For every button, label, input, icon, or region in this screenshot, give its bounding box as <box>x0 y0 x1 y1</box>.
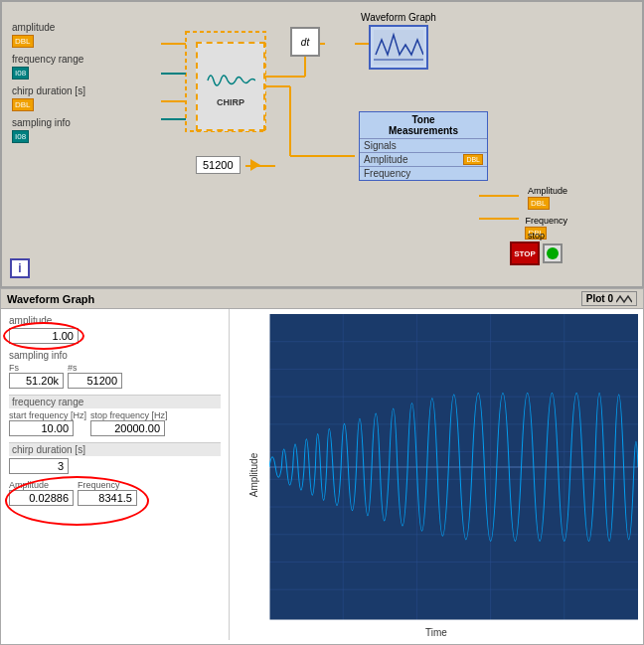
outputs-section: Amplitude Frequency <box>9 480 221 506</box>
block-diagram-panel: amplitude DBL frequency range I08 chirp … <box>0 0 644 288</box>
tone-amplitude-terminal: DBL <box>463 154 483 165</box>
amplitude-section: amplitude <box>9 315 221 344</box>
waveform-icon <box>369 25 428 70</box>
fs-group: Fs <box>9 363 64 389</box>
tone-amplitude-label: Amplitude <box>364 154 407 165</box>
frequency-output-label: Frequency <box>525 216 567 226</box>
chirp-dur-terminal: DBL <box>12 98 34 111</box>
freq-out-group: Frequency <box>78 480 137 506</box>
outputs-row: Amplitude Frequency <box>9 480 221 506</box>
stop-freq-label: stop frequency [Hz] <box>90 410 168 420</box>
amplitude-terminal: DBL <box>12 35 34 48</box>
amp-out-group: Amplitude <box>9 480 74 506</box>
stop-led-green <box>547 247 559 259</box>
y-axis-label: Amplitude <box>248 452 259 496</box>
sampling-section: sampling info Fs #s <box>9 350 221 389</box>
tone-amplitude-row: Amplitude DBL <box>360 152 487 166</box>
tone-measurements-block: ToneMeasurements Signals Amplitude DBL F… <box>359 111 488 181</box>
arrow-51200 <box>250 159 260 173</box>
plot-button[interactable]: Plot 0 <box>581 291 637 306</box>
freq-out-label: Frequency <box>78 480 137 490</box>
chirp-dur-label: chirp duration [s] <box>12 85 85 96</box>
stop-led <box>543 243 563 263</box>
stop-label: stop <box>510 231 563 241</box>
tone-frequency-row: Frequency <box>360 166 487 180</box>
amplitude-output-block: Amplitude DBL <box>528 186 567 210</box>
dt-label: dt <box>301 37 309 48</box>
stop-freq-group: stop frequency [Hz] <box>90 410 168 436</box>
tone-label: ToneMeasurements <box>389 114 458 136</box>
amplitude-output-terminal: DBL <box>528 197 550 210</box>
stop-freq-input[interactable] <box>90 420 165 436</box>
tone-frequency-label: Frequency <box>364 168 410 179</box>
chirp-dur-input[interactable] <box>9 458 69 474</box>
ns-label: #s <box>68 363 122 373</box>
waveform-graph-top: Waveform Graph <box>359 12 438 70</box>
amplitude-ctrl-label: amplitude <box>9 315 221 326</box>
amp-out-label: Amplitude <box>9 480 74 490</box>
bottom-content: amplitude sampling info Fs #s <box>1 309 643 640</box>
tone-header: ToneMeasurements <box>360 112 487 138</box>
x-axis-label: Time <box>425 627 447 638</box>
stop-block: stop STOP <box>510 231 563 265</box>
num-51200-label: 51200 <box>203 159 234 171</box>
start-freq-label: start frequency [Hz] <box>9 410 86 420</box>
freq-range-title: frequency range <box>9 395 221 408</box>
waveform-chart-icon <box>374 30 423 65</box>
bottom-header-title: Waveform Graph <box>7 293 94 305</box>
bottom-header: Waveform Graph Plot 0 <box>1 289 643 309</box>
amplitude-label: amplitude <box>12 22 85 33</box>
sampling-row: Fs #s <box>9 363 221 389</box>
graph-svg: 1 0.8 0.6 0.4 0.2 0 -0.2 -0.4 -0.6 -0.8 … <box>269 314 638 620</box>
fs-input[interactable] <box>9 373 64 389</box>
info-button[interactable]: i <box>10 258 30 278</box>
ns-input[interactable] <box>68 373 122 389</box>
chirp-wave-icon <box>206 66 255 95</box>
start-freq-input[interactable] <box>9 420 74 436</box>
controls-panel: amplitude sampling info Fs #s <box>1 309 230 640</box>
graph-area: Amplitude <box>230 309 643 640</box>
stop-button[interactable]: STOP <box>510 242 540 265</box>
chirp-dur-input-row: chirp duration [s] DBL <box>12 85 85 111</box>
waveform-graph-label: Waveform Graph <box>359 12 438 23</box>
chirp-block: CHIRP <box>196 42 265 131</box>
plot-wave-icon <box>616 294 632 304</box>
num-51200-block: 51200 <box>196 156 241 174</box>
freq-range-terminal: I08 <box>12 67 29 80</box>
sampling-label: sampling info <box>12 117 85 128</box>
chirp-dur-section: chirp duration [s] <box>9 442 221 474</box>
tone-signals-label: Signals <box>364 140 397 151</box>
start-freq-group: start frequency [Hz] <box>9 410 86 436</box>
chirp-dur-title: chirp duration [s] <box>9 442 221 456</box>
left-inputs: amplitude DBL frequency range I08 chirp … <box>12 22 85 149</box>
ns-group: #s <box>68 363 122 389</box>
amplitude-value-input[interactable] <box>9 328 79 344</box>
freq-out-input[interactable] <box>78 490 137 506</box>
dt-block: dt <box>290 27 320 57</box>
amplitude-input-row: amplitude DBL <box>12 22 85 48</box>
info-icon: i <box>18 261 21 275</box>
plot-label: Plot 0 <box>586 293 613 304</box>
amplitude-output-label: Amplitude <box>528 186 567 196</box>
freq-range-section: frequency range start frequency [Hz] sto… <box>9 395 221 436</box>
sampling-ctrl-label: sampling info <box>9 350 221 361</box>
freq-range-row: start frequency [Hz] stop frequency [Hz] <box>9 410 221 436</box>
stop-text: STOP <box>514 249 536 258</box>
chirp-label: CHIRP <box>217 97 244 107</box>
sampling-input-row: sampling info I08 <box>12 117 85 143</box>
sampling-terminal: I08 <box>12 130 29 143</box>
freq-range-input-row: frequency range I08 <box>12 54 85 80</box>
amp-out-input[interactable] <box>9 490 74 506</box>
tone-signals-row: Signals <box>360 138 487 152</box>
freq-range-label: frequency range <box>12 54 85 65</box>
bottom-panel: Waveform Graph Plot 0 amplitude sampling… <box>0 288 644 645</box>
fs-label: Fs <box>9 363 64 373</box>
arrow-icon <box>250 159 260 171</box>
